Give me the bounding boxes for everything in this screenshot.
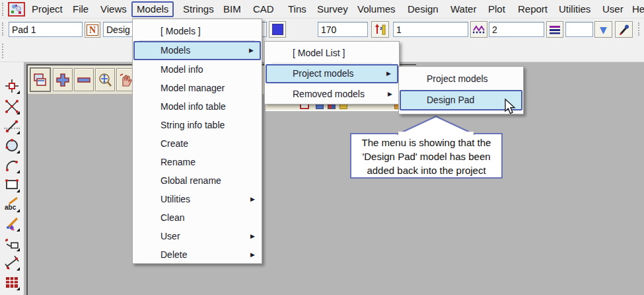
menu-item-rename[interactable]: Rename: [133, 153, 261, 171]
menu-item-global-rename[interactable]: Global rename: [133, 171, 261, 190]
menu-item-project-models-list[interactable]: Project models: [400, 69, 522, 88]
rectangle-tool-button[interactable]: [3, 175, 20, 193]
flyout-triangle-icon: [17, 228, 20, 232]
callout-pointer: [395, 114, 477, 137]
menubar-item-design[interactable]: Design: [408, 3, 439, 16]
flyout-triangle-icon: [17, 267, 20, 271]
flyout-triangle-icon: [17, 150, 20, 153]
annotation-callout: The menu is showing that the 'Design Pad…: [350, 133, 503, 179]
flyout-triangle-icon: [17, 209, 20, 212]
menubar-item-models[interactable]: Models: [131, 1, 174, 17]
flyout-triangle-icon: [17, 131, 20, 134]
colour-swatch-icon: [272, 24, 283, 35]
callout-line: 'Design Pad' model has been: [351, 149, 501, 163]
menu-item-model-info-table[interactable]: Model info table: [133, 97, 261, 116]
zoom-in-button[interactable]: [53, 68, 73, 91]
menu-header: [ Models ]: [133, 22, 262, 40]
menubar-item-project[interactable]: Project: [32, 3, 63, 16]
menu-separator: [271, 63, 392, 63]
menu-item-user[interactable]: User: [133, 227, 261, 245]
menubar-item-volumes[interactable]: Volumes: [357, 3, 396, 16]
line-tool-button[interactable]: [3, 117, 20, 135]
menu-item-delete[interactable]: Delete: [133, 245, 261, 264]
zigzag-icon: [473, 24, 485, 35]
toolbar-grip[interactable]: [2, 3, 4, 16]
snap-point-tool-button[interactable]: [3, 77, 20, 95]
zoom-out-icon: [77, 73, 91, 87]
menubar-item-utilities[interactable]: Utilities: [559, 3, 590, 16]
eyedropper-button[interactable]: [615, 21, 633, 38]
text-tool-button[interactable]: abc: [3, 195, 20, 213]
n-icon: N: [87, 24, 98, 36]
colour-swatch-button[interactable]: [269, 21, 286, 38]
menu-bar: Project File Views Models Strings BIM CA…: [0, 0, 644, 19]
model-n-button[interactable]: N: [85, 22, 100, 38]
flyout-triangle-icon: [17, 170, 20, 173]
app-icon[interactable]: [8, 2, 25, 17]
zoom-search-button[interactable]: [95, 68, 115, 91]
menubar-item-cad[interactable]: CAD: [253, 3, 274, 16]
zoom-search-icon: [98, 73, 112, 87]
attributes-toolbar: N z: [0, 19, 644, 40]
model-name-input[interactable]: [9, 22, 83, 37]
toolbar-grip[interactable]: [2, 44, 4, 58]
weight-input[interactable]: [393, 22, 468, 37]
menubar-item-file[interactable]: File: [73, 3, 89, 16]
menu-item-clean[interactable]: Clean: [133, 208, 261, 227]
model-list-menu: [ Model List ] Project models Removed mo…: [264, 41, 400, 105]
menubar-item-strings[interactable]: Strings: [183, 3, 214, 16]
view-menu-icon: [33, 73, 48, 87]
zoom-in-icon: [55, 73, 70, 87]
edit-pencil-tool-button[interactable]: [3, 214, 20, 232]
menu-item-utilities[interactable]: Utilities: [133, 190, 261, 208]
measure-tool-button[interactable]: [3, 253, 20, 271]
flyout-triangle-icon: [17, 91, 20, 94]
menubar-item-bim[interactable]: BIM: [223, 3, 241, 16]
lines-icon: [549, 25, 561, 34]
menubar-item-help[interactable]: He: [632, 3, 644, 16]
z-height-button[interactable]: z: [371, 21, 389, 38]
menubar-item-views[interactable]: Views: [100, 3, 127, 16]
flyout-triangle-icon: [17, 111, 20, 114]
menubar-item-report[interactable]: Report: [518, 3, 548, 16]
view-menu-button[interactable]: [30, 68, 50, 91]
application-window: Project File Views Models Strings BIM CA…: [0, 0, 644, 295]
models-menu: [ Models ] Models Model info Model manag…: [132, 19, 262, 264]
copy-paste-tool-button[interactable]: [3, 234, 20, 252]
menu-item-model-info[interactable]: Model info: [133, 60, 261, 79]
menubar-item-water[interactable]: Water: [450, 3, 476, 16]
menu-header: [ Model List ]: [265, 44, 399, 62]
callout-line: added back into the project: [351, 163, 501, 177]
circle-tool-button[interactable]: [3, 136, 20, 154]
app-logo-icon: [9, 3, 24, 15]
menubar-item-user[interactable]: User: [602, 3, 624, 16]
style-input[interactable]: [489, 22, 544, 37]
z-height-icon: z: [375, 24, 386, 36]
windows-tool-button[interactable]: [3, 280, 20, 295]
extra-attribute-input[interactable]: [565, 22, 593, 37]
pan-hand-icon: [119, 73, 133, 87]
menu-item-string-info-table[interactable]: String info table: [133, 116, 261, 134]
flyout-triangle-icon: [17, 189, 20, 192]
menubar-item-tins[interactable]: Tins: [288, 3, 306, 16]
toolbar-grip[interactable]: [638, 22, 640, 36]
zoom-out-button[interactable]: [74, 68, 94, 91]
menubar-item-plot[interactable]: Plot: [488, 3, 505, 16]
menu-item-models[interactable]: Models: [133, 41, 261, 60]
menubar-item-survey[interactable]: Survey: [317, 3, 348, 16]
line-list-button[interactable]: [546, 21, 563, 38]
cross-strings-tool-button[interactable]: [3, 97, 20, 115]
menu-item-model-manager[interactable]: Model manager: [133, 79, 261, 97]
menu-item-removed-models[interactable]: Removed models: [266, 85, 398, 103]
menu-item-project-models[interactable]: Project models: [266, 64, 398, 83]
colour-input[interactable]: [318, 22, 368, 37]
eyedropper-icon: [618, 24, 630, 36]
menu-item-create[interactable]: Create: [133, 134, 261, 153]
toolbar-grip[interactable]: [2, 22, 4, 36]
arc-tool-button[interactable]: [3, 156, 20, 174]
mouse-cursor: [504, 99, 519, 116]
callout-line: The menu is showing that the: [351, 136, 501, 149]
dropdown-button[interactable]: ▼: [594, 21, 612, 38]
linestyle-button[interactable]: [470, 21, 487, 38]
svg-text:abc: abc: [5, 204, 17, 211]
